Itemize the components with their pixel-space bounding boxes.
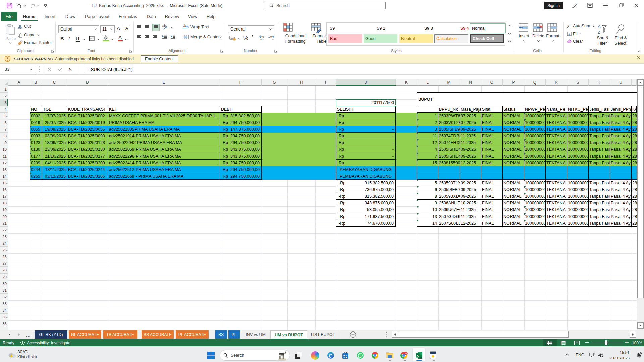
svg-text:A: A <box>598 24 601 29</box>
svg-text:X: X <box>417 354 419 357</box>
svg-text:.00: .00 <box>260 38 264 41</box>
svg-text:Z: Z <box>598 29 600 35</box>
svg-text:ab: ab <box>162 24 166 28</box>
svg-text:ab: ab <box>183 24 186 27</box>
svg-text:z: z <box>640 353 641 355</box>
svg-text:0: 0 <box>272 38 274 41</box>
svg-text:.00: .00 <box>268 35 272 38</box>
